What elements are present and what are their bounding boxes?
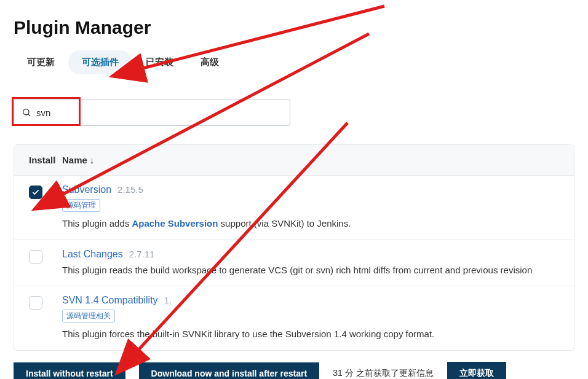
desc-text: This plugin forces the built-in SVNKit l… [62,329,434,339]
plugin-description: This plugin reads the build workspace to… [62,264,559,278]
fetch-now-button[interactable]: 立即获取 [447,362,506,380]
plugin-version: 2.7.11 [129,249,155,259]
table-header: Install Name ↓ [14,145,574,176]
tab-available[interactable]: 可选插件 [68,50,132,74]
install-checkbox[interactable] [29,250,42,264]
bottom-action-bar: Install without restart Download now and… [14,362,574,380]
desc-text: support (via SVNKit) to Jenkins. [218,218,351,229]
search-input[interactable] [36,107,282,118]
search-container [14,99,588,126]
tab-list: 可更新 可选插件 已安装 高级 [14,50,588,74]
tab-advanced[interactable]: 高级 [187,50,232,74]
plugin-name-link[interactable]: Last Changes [62,249,123,260]
plugin-description: This plugin adds Apache Subversion suppo… [62,217,559,231]
svg-point-0 [23,109,29,115]
col-name-label: Name [62,155,87,165]
desc-text: This plugin reads the build workspace to… [62,265,532,275]
table-row: Last Changes 2.7.11 This plugin reads th… [14,240,574,287]
plugin-category-tag[interactable]: 源码管理相关 [62,310,115,322]
plugin-version: 1. [164,295,172,305]
table-row: SVN 1.4 Compatibility 1. 源码管理相关 This plu… [14,286,574,350]
download-install-after-restart-button[interactable]: Download now and install after restart [139,362,320,380]
install-without-restart-button[interactable]: Install without restart [14,362,125,380]
update-info-text: 31 分 之前获取了更新信息 [333,368,433,379]
desc-link[interactable]: Apache Subversion [132,218,218,229]
plugin-name-link[interactable]: SVN 1.4 Compatibility [62,295,158,306]
col-name-header[interactable]: Name ↓ [62,155,94,165]
install-checkbox[interactable] [29,186,42,199]
install-checkbox[interactable] [29,296,42,310]
svg-line-1 [28,114,30,116]
page-title: Plugin Manager [14,17,588,38]
tab-updates[interactable]: 可更新 [14,50,68,74]
check-icon [31,188,40,197]
search-box[interactable] [14,99,290,126]
desc-text: This plugin adds [62,218,132,229]
table-row: Subversion 2.15.5 源码管理 This plugin adds … [14,176,574,240]
plugin-version: 2.15.5 [117,184,143,195]
plugin-name-link[interactable]: Subversion [62,184,111,195]
plugin-description: This plugin forces the built-in SVNKit l… [62,327,559,342]
search-icon [22,107,31,117]
plugin-table: Install Name ↓ Subversion 2.15.5 源码管理 Th… [14,144,574,351]
sort-indicator-icon: ↓ [90,155,95,165]
plugin-category-tag[interactable]: 源码管理 [62,199,100,212]
col-install-header[interactable]: Install [29,155,62,165]
tab-installed[interactable]: 已安装 [132,50,187,74]
